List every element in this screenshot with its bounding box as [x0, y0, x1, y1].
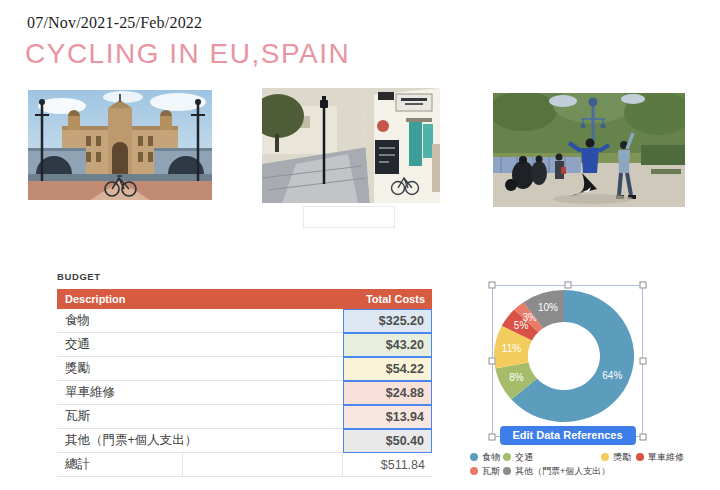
budget-row-total[interactable]: $24.88	[343, 381, 432, 405]
donut-percent-label: 8%	[509, 372, 524, 383]
donut-percent-label: 64%	[602, 370, 622, 381]
budget-section-label: BUDGET	[57, 271, 101, 282]
legend-label: 食物	[482, 451, 500, 464]
legend-dot-icon	[503, 467, 511, 475]
budget-row-description[interactable]: 瓦斯	[57, 405, 343, 429]
photo-park-dancers[interactable]	[493, 93, 685, 207]
selection-handle-1[interactable]	[564, 282, 571, 289]
legend-item-1: 交通	[503, 452, 533, 462]
slide-canvas: 07/Nov/2021-25/Feb/2022 CYCLING IN EU,SP…	[0, 0, 720, 490]
budget-row-description[interactable]: 食物	[57, 309, 343, 333]
budget-row-description[interactable]: 其他（門票+個人支出）	[57, 429, 343, 453]
donut-chart-svg[interactable]: 64%8%11%5%3%10%	[492, 285, 643, 437]
street-photo-illustration	[262, 88, 440, 203]
legend-item-3: 單車維修	[636, 452, 684, 462]
budget-header-description: Description	[57, 293, 343, 305]
legend-label: 單車維修	[648, 451, 684, 464]
selection-handle-3[interactable]	[489, 358, 496, 365]
budget-row-4[interactable]: 瓦斯$13.94	[57, 405, 432, 429]
legend-item-0: 食物	[470, 452, 500, 462]
budget-donut-chart[interactable]: 64%8%11%5%3%10% Edit Data References	[492, 285, 643, 437]
budget-footer-label[interactable]: 總計	[57, 453, 183, 476]
budget-row-total[interactable]: $13.94	[343, 405, 432, 429]
photo-plaza-de-espana[interactable]	[28, 90, 212, 200]
budget-row-total[interactable]: $54.22	[343, 357, 432, 381]
legend-label: 瓦斯	[482, 465, 500, 478]
photo-village-street[interactable]	[262, 88, 440, 203]
budget-row-total[interactable]: $325.20	[343, 309, 432, 333]
budget-row-description[interactable]: 單車維修	[57, 381, 343, 405]
legend-dot-icon	[470, 467, 478, 475]
budget-header-total: Total Costs	[343, 293, 432, 305]
slide-title[interactable]: CYCLING IN EU,SPAIN	[25, 38, 350, 70]
budget-footer-spacer	[183, 453, 343, 476]
park-photo-illustration	[493, 93, 685, 207]
legend-dot-icon	[601, 453, 609, 461]
legend-label: 其他（門票+個人支出）	[515, 465, 610, 478]
legend-label: 交通	[515, 451, 533, 464]
budget-footer-row[interactable]: 總計 $511.84	[57, 453, 432, 477]
legend-item-2: 獎勵	[601, 452, 631, 462]
selection-handle-4[interactable]	[640, 358, 647, 365]
selection-handle-2[interactable]	[640, 282, 647, 289]
budget-table: Description Total Costs 食物$325.20交通$43.2…	[57, 289, 432, 477]
legend-dot-icon	[636, 453, 644, 461]
legend-item-5: 其他（門票+個人支出）	[503, 466, 610, 476]
budget-footer-total[interactable]: $511.84	[343, 453, 432, 476]
edit-data-references-button[interactable]: Edit Data References	[499, 426, 635, 445]
caption-placeholder[interactable]	[303, 206, 395, 228]
donut-percent-label: 11%	[502, 343, 521, 354]
budget-row-3[interactable]: 單車維修$24.88	[57, 381, 432, 405]
budget-row-0[interactable]: 食物$325.20	[57, 309, 432, 333]
legend-dot-icon	[503, 453, 511, 461]
plaza-photo-illustration	[28, 90, 212, 200]
budget-row-total[interactable]: $50.40	[343, 429, 432, 453]
selection-handle-7[interactable]	[640, 434, 647, 441]
legend-dot-icon	[470, 453, 478, 461]
budget-row-total[interactable]: $43.20	[343, 333, 432, 357]
selection-handle-0[interactable]	[489, 282, 496, 289]
budget-row-description[interactable]: 交通	[57, 333, 343, 357]
budget-row-2[interactable]: 獎勵$54.22	[57, 357, 432, 381]
selection-handle-5[interactable]	[489, 434, 496, 441]
legend-item-4: 瓦斯	[470, 466, 500, 476]
budget-row-description[interactable]: 獎勵	[57, 357, 343, 381]
date-range-text[interactable]: 07/Nov/2021-25/Feb/2022	[27, 14, 202, 32]
budget-table-body: 食物$325.20交通$43.20獎勵$54.22單車維修$24.88瓦斯$13…	[57, 309, 432, 453]
budget-row-1[interactable]: 交通$43.20	[57, 333, 432, 357]
budget-row-5[interactable]: 其他（門票+個人支出）$50.40	[57, 429, 432, 453]
donut-percent-label: 10%	[538, 302, 558, 313]
budget-header-row: Description Total Costs	[57, 289, 432, 309]
legend-label: 獎勵	[613, 451, 631, 464]
